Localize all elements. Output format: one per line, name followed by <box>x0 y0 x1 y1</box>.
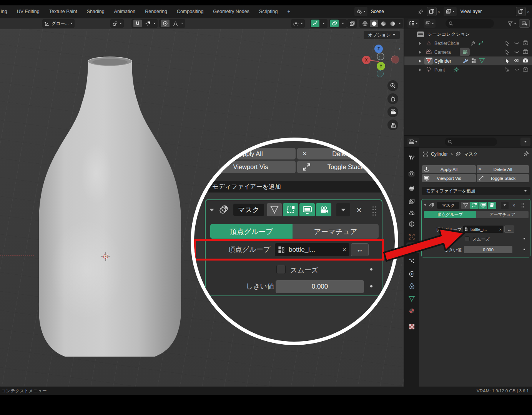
smooth-checkbox[interactable] <box>465 236 470 241</box>
show-viewport-toggle[interactable] <box>479 202 487 209</box>
tab-vertex-group[interactable]: 頂点グループ <box>424 211 476 218</box>
invert-vertex-group-button[interactable]: ↔ <box>504 226 514 233</box>
properties-type-dropdown[interactable] <box>407 138 419 146</box>
show-render-toggle[interactable] <box>488 202 496 209</box>
toggle-stack-button[interactable]: Toggle Stack <box>477 174 529 182</box>
outliner-row-point[interactable]: Point <box>404 65 532 74</box>
outliner-row-cylinder[interactable]: Cylinder <box>404 56 532 65</box>
viewlayer-name-field[interactable]: ViewLayer <box>457 7 515 16</box>
tab-modifiers[interactable] <box>408 244 416 252</box>
modifier-delete-button[interactable]: × <box>512 203 515 208</box>
snap-toggle[interactable] <box>133 20 142 27</box>
hide-eye-closed-icon[interactable] <box>514 42 519 45</box>
edit-mode-toggle[interactable] <box>461 202 470 209</box>
outliner-search-input[interactable] <box>446 19 494 28</box>
new-collection-button[interactable] <box>519 19 530 28</box>
hide-eye-open-icon[interactable] <box>514 58 519 63</box>
tab-output[interactable] <box>408 184 416 192</box>
tab-object-data[interactable] <box>408 295 416 302</box>
apply-all-button[interactable]: Apply All <box>422 165 476 173</box>
pivot-point-dropdown[interactable] <box>110 19 124 28</box>
tab-tool[interactable] <box>408 154 416 161</box>
modifier-name-field[interactable]: マスク <box>437 202 459 209</box>
tab-texture-paint[interactable]: Texture Paint <box>49 9 77 14</box>
pan-button[interactable] <box>387 93 398 104</box>
outliner-row-beziercircle[interactable]: BezierCircle <box>404 39 532 48</box>
breadcrumb-object[interactable]: Cylinder <box>431 151 448 157</box>
enable-render-icon[interactable] <box>523 58 528 63</box>
disable-render-icon[interactable] <box>523 67 528 72</box>
animate-dot[interactable] <box>524 238 525 239</box>
tab-cut[interactable]: ing <box>1 9 7 14</box>
camera-view-button[interactable] <box>387 106 398 117</box>
proportional-falloff[interactable] <box>171 20 180 27</box>
snap-target[interactable] <box>143 20 152 27</box>
scene-new-button[interactable] <box>427 7 437 16</box>
expand-arrow-icon[interactable] <box>419 42 422 45</box>
viewlayer-new-button[interactable] <box>516 7 526 16</box>
gizmo-minus-x[interactable] <box>391 56 399 63</box>
pin-icon[interactable] <box>524 151 529 156</box>
show-gizmo-toggle[interactable] <box>311 20 319 27</box>
add-workspace-button[interactable]: + <box>287 9 290 14</box>
scene-unlink-button[interactable]: × <box>437 9 441 15</box>
on-cage-toggle[interactable] <box>470 202 479 209</box>
zoom-button[interactable] <box>387 80 398 91</box>
transform-orientation-dropdown[interactable]: グロー... <box>42 19 75 28</box>
tab-constraints[interactable] <box>408 282 416 290</box>
tab-texture[interactable] <box>408 323 416 330</box>
active-camera-badge[interactable] <box>460 48 470 56</box>
viewlayer-remove-button[interactable]: × <box>527 9 530 15</box>
tab-armature[interactable]: アーマチュア <box>476 211 529 218</box>
ortho-grid-button[interactable] <box>387 120 398 130</box>
panel-collapse-icon[interactable] <box>424 204 426 206</box>
tab-scene[interactable] <box>408 209 416 217</box>
show-overlays-toggle[interactable] <box>330 20 339 27</box>
tab-rendering[interactable]: Rendering <box>145 9 167 14</box>
tab-geometry-nodes[interactable]: Geometry Nodes <box>213 9 249 14</box>
hide-eye-closed-icon[interactable] <box>514 51 519 54</box>
options-dropdown[interactable]: オプション <box>364 31 400 39</box>
proportional-edit-toggle[interactable] <box>161 20 170 27</box>
expand-arrow-icon[interactable] <box>419 60 422 63</box>
pin-icon[interactable] <box>418 9 423 14</box>
tab-physics[interactable] <box>408 270 416 278</box>
shading-material-button[interactable] <box>379 20 387 27</box>
delete-all-button[interactable]: × Delete All <box>477 165 529 173</box>
tab-particles[interactable] <box>408 257 416 265</box>
shading-solid-button[interactable] <box>370 20 378 27</box>
selectable-icon[interactable] <box>505 67 510 72</box>
drag-handle[interactable] <box>522 203 525 209</box>
threshold-value[interactable]: 0.000 <box>464 246 512 253</box>
tab-material[interactable] <box>408 307 416 315</box>
visibility-dropdown[interactable] <box>291 19 305 28</box>
tab-world[interactable] <box>408 220 416 228</box>
properties-options-dropdown[interactable] <box>520 138 530 146</box>
viewport-vis-button[interactable]: Viewport Vis <box>422 174 476 182</box>
navigation-gizmo[interactable]: Z X Y <box>361 42 403 87</box>
tab-uv-editing[interactable]: UV Editing <box>17 9 40 14</box>
expand-arrow-icon[interactable] <box>419 68 422 71</box>
add-modifier-dropdown[interactable]: モディファイアーを追加 <box>422 187 530 195</box>
disable-render-icon[interactable] <box>523 40 528 45</box>
vertex-group-field[interactable]: bottle_i... × <box>463 226 503 233</box>
scene-browse-button[interactable] <box>354 7 367 16</box>
viewlayer-browse-button[interactable] <box>444 7 457 16</box>
tab-compositing[interactable]: Compositing <box>177 9 203 14</box>
selectable-icon[interactable] <box>505 41 510 46</box>
shading-wireframe-button[interactable] <box>361 20 369 27</box>
tab-object[interactable] <box>408 233 416 241</box>
selectable-icon[interactable] <box>505 50 510 55</box>
modifier-extras-dropdown[interactable] <box>501 202 509 209</box>
clear-vertex-group-button[interactable]: × <box>499 227 502 232</box>
selectable-icon[interactable] <box>505 58 510 63</box>
tab-animation[interactable]: Animation <box>114 9 136 14</box>
properties-search-input[interactable] <box>445 138 497 146</box>
outliner-row-scene-collection[interactable]: シーンコレクション <box>404 30 532 39</box>
gizmo-minus-y[interactable] <box>377 71 384 77</box>
tab-shading[interactable]: Shading <box>87 9 105 14</box>
breadcrumb-modifier[interactable]: マスク <box>464 151 478 158</box>
tab-render[interactable] <box>408 170 416 178</box>
gizmo-minus-z[interactable] <box>377 53 384 60</box>
tab-view-layer[interactable] <box>408 198 416 205</box>
